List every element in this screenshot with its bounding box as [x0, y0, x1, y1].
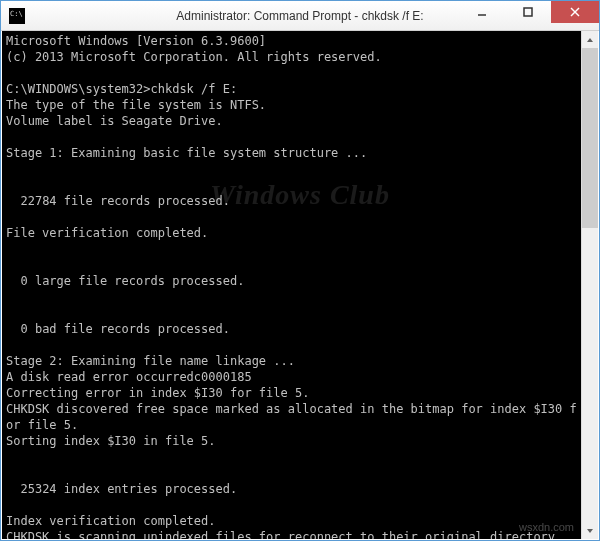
svg-marker-4	[587, 38, 593, 42]
minimize-button[interactable]	[459, 1, 505, 23]
close-button[interactable]	[551, 1, 599, 23]
titlebar-left	[1, 8, 29, 24]
svg-marker-5	[587, 529, 593, 533]
console-area: Microsoft Windows [Version 6.3.9600] (c)…	[2, 31, 598, 539]
cmd-icon	[9, 8, 25, 24]
vertical-scrollbar[interactable]	[581, 31, 598, 539]
scroll-thumb[interactable]	[582, 48, 598, 228]
scroll-up-button[interactable]	[582, 31, 598, 48]
window-controls	[459, 1, 599, 30]
scroll-down-button[interactable]	[582, 522, 598, 539]
maximize-button[interactable]	[505, 1, 551, 23]
titlebar[interactable]: Administrator: Command Prompt - chkdsk /…	[1, 1, 599, 31]
window-title: Administrator: Command Prompt - chkdsk /…	[176, 9, 423, 23]
console-output[interactable]: Microsoft Windows [Version 6.3.9600] (c)…	[2, 31, 581, 539]
window: Administrator: Command Prompt - chkdsk /…	[0, 0, 600, 541]
svg-rect-1	[524, 8, 532, 16]
